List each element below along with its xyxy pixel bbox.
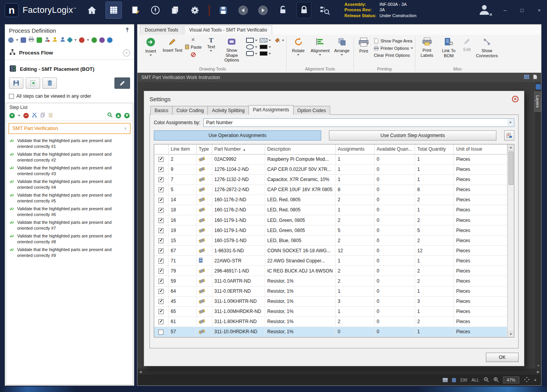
table-row[interactable]: 61311-1.80KHRTR-NDResistor, 1%202Pieces	[154, 316, 507, 327]
tab-document-tools[interactable]: Document Tools	[140, 25, 183, 35]
settings-gear-icon[interactable]	[189, 4, 201, 16]
redo-forward-icon[interactable]	[257, 4, 269, 16]
zoom-level[interactable]: 47%	[503, 376, 519, 383]
column-header[interactable]: Unit of Issue	[454, 144, 507, 154]
row-checkbox[interactable]	[158, 299, 164, 304]
info-icon[interactable]	[107, 37, 113, 43]
combo-chevron-icon[interactable]	[507, 119, 514, 126]
user-yellow-icon[interactable]	[52, 37, 58, 43]
table-row[interactable]: 14160-1176-2-NDLED, Red, 0805202Pieces	[154, 195, 507, 205]
maximize-button[interactable]: □	[519, 7, 525, 13]
minimize-button[interactable]: –	[502, 7, 508, 13]
table-row[interactable]: 91276-1104-2-NDCAP CER 0.022UF 50V X7R..…	[154, 164, 507, 174]
stage-icon[interactable]	[99, 37, 105, 43]
table-row[interactable]: 59311-0.0ARTR-NDResistor, 1%202Pieces	[154, 276, 507, 286]
zoom-plus-icon[interactable]: +	[534, 378, 536, 382]
alignment-button[interactable]: Alignment	[310, 36, 331, 56]
fill-color-button[interactable]	[260, 51, 271, 56]
grid-view-icon[interactable]	[524, 74, 529, 81]
remove-step-icon[interactable]: −	[23, 113, 29, 118]
home-icon[interactable]	[86, 4, 98, 16]
row-checkbox[interactable]	[158, 289, 164, 294]
route-icon[interactable]	[21, 37, 26, 43]
pan-icon[interactable]	[524, 376, 530, 383]
table-row[interactable]: 15160-1579-1-NDLED, Blue, 0805202Pieces	[154, 236, 507, 246]
unlock-icon[interactable]	[277, 4, 289, 16]
paint-bucket-button[interactable]	[274, 37, 284, 43]
record-dropdown-icon[interactable]	[87, 39, 89, 41]
list-item[interactable]: Validate that the highlighted parts are …	[6, 232, 133, 246]
pin-icon[interactable]	[125, 27, 130, 34]
list-item[interactable]: Validate that the highlighted parts are …	[6, 137, 133, 150]
routing-icon[interactable]	[149, 4, 162, 16]
rect-shape-button[interactable]	[246, 38, 257, 43]
zoom-out-icon[interactable]	[484, 377, 489, 383]
table-scroll-thumb[interactable]	[508, 151, 514, 185]
column-header[interactable]	[154, 144, 168, 154]
list-item[interactable]: Validate that the highlighted parts are …	[6, 150, 133, 164]
print-button[interactable]: Print	[355, 36, 372, 54]
table-scrollbar[interactable]: ▲ ▼	[507, 144, 514, 337]
process-editor-icon[interactable]	[106, 2, 122, 19]
any-order-checkbox[interactable]	[9, 94, 14, 99]
row-checkbox[interactable]	[158, 187, 164, 192]
row-checkbox[interactable]	[158, 177, 164, 182]
list-item[interactable]: Validate that the highlighted parts are …	[6, 246, 133, 259]
print-assignments-button[interactable]	[504, 130, 514, 141]
any-order-option[interactable]: All steps can be viewed in any order	[5, 93, 134, 103]
ok-button[interactable]: OK	[486, 353, 519, 362]
page-icon[interactable]	[452, 378, 456, 382]
zoom-all-button[interactable]: ALL	[471, 378, 479, 382]
thumbnail-icon[interactable]	[443, 378, 448, 382]
zoom-in-icon[interactable]	[493, 377, 499, 383]
scroll-down-icon[interactable]: ▼	[537, 364, 540, 367]
show-page-area-button[interactable]: Show Page Area	[374, 38, 413, 44]
table-scroll-down-icon[interactable]: ▼	[508, 331, 514, 337]
add-step-icon[interactable]: +	[9, 113, 15, 118]
table-row[interactable]: 71276-1132-2-NDCapacitor, X7R Ceramic, 1…	[154, 174, 507, 185]
selected-step[interactable]: SMT Part Verification ˅	[9, 123, 130, 134]
cut-icon[interactable]: ✕	[191, 37, 195, 42]
cut-step-icon[interactable]	[32, 113, 37, 119]
print-icon[interactable]	[28, 37, 34, 43]
list-item[interactable]: Validate that the highlighted parts are …	[6, 164, 133, 178]
table-row[interactable]: 18160-1176-2-NDLED, Red, 0805101Pieces	[154, 205, 507, 215]
link-to-bom-button[interactable]: Link To BOM	[438, 36, 459, 59]
delete-icon[interactable]	[191, 52, 196, 58]
column-header[interactable]: Part Number▲	[212, 144, 265, 154]
settings-tab-part-assignments[interactable]: Part Assignments	[248, 105, 293, 115]
zoom-100-button[interactable]: 100	[460, 378, 467, 382]
table-row[interactable]: 202AC9992Raspberry Pi Compute Mod...101P…	[154, 154, 507, 164]
row-checkbox[interactable]	[158, 167, 164, 172]
row-checkbox[interactable]	[158, 218, 164, 223]
canvas-vertical-scrollbar[interactable]: ▲ ▼	[535, 82, 541, 369]
show-shape-options-button[interactable]: Show Shape Options	[220, 36, 244, 63]
line-style-button[interactable]	[260, 38, 271, 42]
row-checkbox[interactable]	[158, 309, 164, 314]
scroll-left-icon[interactable]: ◀	[139, 370, 142, 374]
move-up-icon[interactable]: ▲	[116, 113, 121, 118]
tab-visual-aid-tools[interactable]: Visual Aid Tools - SMT Part Verificatio	[184, 25, 272, 35]
settings-tab-color-coding[interactable]: Color Coding	[172, 106, 208, 115]
settings-tab-option-codes[interactable]: Option Codes	[293, 106, 330, 115]
copy-step-icon[interactable]	[40, 113, 45, 119]
rotate-button[interactable]: Rotate	[288, 36, 309, 56]
page-view-icon[interactable]	[533, 74, 537, 81]
print-labels-button[interactable]: Print Labels	[417, 36, 438, 58]
start-icon[interactable]	[91, 37, 97, 43]
paste-step-icon[interactable]	[48, 113, 53, 119]
rounded-shape-button[interactable]	[246, 51, 257, 56]
record-icon[interactable]	[79, 37, 84, 43]
list-item[interactable]: Validate that the highlighted parts are …	[6, 178, 133, 191]
table-row[interactable]: 16160-1179-1-NDLED, Green, 0805202Pieces	[154, 215, 507, 225]
table-row[interactable]: 57311-10.0HRDKR-NDResistor, 1%001Pieces	[154, 327, 507, 337]
tree-search-icon[interactable]	[319, 4, 331, 16]
table-row[interactable]: 79296-46917-1-NDIC REG BUCK ADJ 1A 6WSON…	[154, 266, 507, 276]
settings-tab-activity-splitting[interactable]: Activity Splitting	[208, 106, 249, 115]
text-button[interactable]: T Text	[203, 36, 219, 53]
document-pen-icon[interactable]	[129, 4, 142, 16]
panel-dock-icon[interactable]	[536, 84, 541, 90]
import-button[interactable]	[26, 77, 40, 89]
row-checkbox[interactable]	[158, 330, 164, 335]
column-header[interactable]: Type	[196, 144, 212, 154]
